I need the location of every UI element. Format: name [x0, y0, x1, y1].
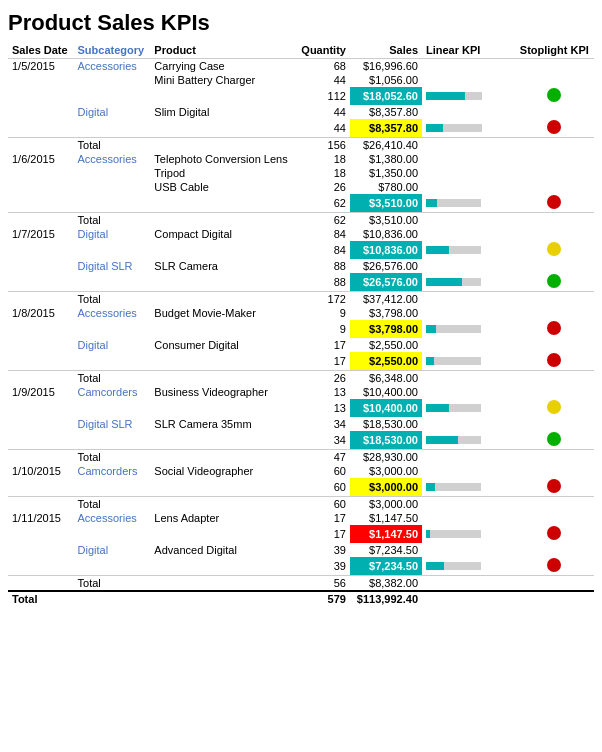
cell-product-subtotal: [150, 399, 295, 417]
header-subcategory: Subcategory: [74, 42, 151, 59]
cell-quantity-subtotal: 88: [296, 273, 350, 292]
table-row: 1/11/2015AccessoriesLens Adapter17$1,147…: [8, 511, 594, 525]
cell-sales-subtotal: $3,510.00: [350, 194, 422, 213]
cell-subcategory: Accessories: [74, 511, 151, 525]
subtotal-row: 34$18,530.00: [8, 431, 594, 450]
cell-quantity: 88: [296, 259, 350, 273]
cell-subcategory-subtotal: [74, 320, 151, 338]
cell-subcategory-subtotal: [74, 241, 151, 259]
cell-stoplight-kpi: [515, 241, 594, 259]
cell-sales-subtotal: $10,400.00: [350, 399, 422, 417]
cell-sales: $3,798.00: [350, 306, 422, 320]
cell-sales-total: $3,000.00: [350, 497, 422, 512]
cell-date: 1/10/2015: [8, 464, 74, 478]
cell-subcategory-subtotal: [74, 119, 151, 138]
cell-linear-kpi: [422, 478, 515, 497]
cell-sales-total: $3,510.00: [350, 213, 422, 228]
cell-product-subtotal: [150, 525, 295, 543]
cell-stoplight-kpi-total: [515, 138, 594, 153]
subtotal-row: 84$10,836.00: [8, 241, 594, 259]
stoplight-dot-red: [547, 120, 561, 134]
cell-linear-kpi: [422, 399, 515, 417]
stoplight-dot-yellow: [547, 400, 561, 414]
cell-linear-kpi-empty: [422, 511, 515, 525]
cell-stoplight-kpi-empty: [515, 152, 594, 166]
cell-sales: $10,836.00: [350, 227, 422, 241]
cell-stoplight-kpi: [515, 352, 594, 371]
header-linear-kpi: Linear KPI: [422, 42, 515, 59]
cell-product-subtotal: [150, 431, 295, 450]
cell-product: Slim Digital: [150, 105, 295, 119]
cell-quantity-subtotal: 39: [296, 557, 350, 576]
cell-linear-kpi: [422, 320, 515, 338]
cell-subcategory: Digital: [74, 338, 151, 352]
cell-date-total: [8, 497, 74, 512]
grand-total-label: Total: [8, 591, 74, 606]
cell-quantity: 39: [296, 543, 350, 557]
cell-quantity-subtotal: 17: [296, 352, 350, 371]
cell-linear-kpi-empty: [422, 166, 515, 180]
cell-quantity: 17: [296, 338, 350, 352]
grand-total-product: [150, 591, 295, 606]
header-sales-date: Sales Date: [8, 42, 74, 59]
cell-subcategory-total: Total: [74, 450, 151, 465]
cell-sales: $2,550.00: [350, 338, 422, 352]
cell-linear-kpi-total: [422, 576, 515, 592]
cell-date-subtotal: [8, 525, 74, 543]
cell-date: 1/9/2015: [8, 385, 74, 399]
header-sales: Sales: [350, 42, 422, 59]
cell-linear-kpi-empty: [422, 152, 515, 166]
linear-kpi-bar: [426, 199, 506, 207]
cell-subcategory: Accessories: [74, 306, 151, 320]
cell-date: [8, 180, 74, 194]
cell-quantity-subtotal: 60: [296, 478, 350, 497]
cell-date-total: [8, 213, 74, 228]
cell-subcategory-subtotal: [74, 557, 151, 576]
cell-product: Social Videographer: [150, 464, 295, 478]
cell-quantity-total: 26: [296, 371, 350, 386]
cell-stoplight-kpi-empty: [515, 543, 594, 557]
table-row: USB Cable26$780.00: [8, 180, 594, 194]
cell-subcategory: Camcorders: [74, 464, 151, 478]
cell-sales: $8,357.80: [350, 105, 422, 119]
linear-kpi-bar: [426, 530, 506, 538]
cell-stoplight-kpi-empty: [515, 227, 594, 241]
cell-date: 1/6/2015: [8, 152, 74, 166]
table-row: Mini Battery Charger44$1,056.00: [8, 73, 594, 87]
cell-date-subtotal: [8, 399, 74, 417]
cell-subcategory-total: Total: [74, 576, 151, 592]
cell-quantity-subtotal: 17: [296, 525, 350, 543]
cell-sales-subtotal: $8,357.80: [350, 119, 422, 138]
cell-date-subtotal: [8, 352, 74, 371]
cell-stoplight-kpi-empty: [515, 511, 594, 525]
cell-sales-subtotal: $3,798.00: [350, 320, 422, 338]
cell-date-subtotal: [8, 431, 74, 450]
cell-stoplight-kpi-empty: [515, 59, 594, 74]
cell-date: [8, 166, 74, 180]
cell-sales-subtotal: $18,530.00: [350, 431, 422, 450]
table-row: 1/6/2015AccessoriesTelephoto Conversion …: [8, 152, 594, 166]
cell-linear-kpi-total: [422, 450, 515, 465]
cell-sales: $780.00: [350, 180, 422, 194]
cell-sales: $1,350.00: [350, 166, 422, 180]
grand-total-quantity: 579: [296, 591, 350, 606]
cell-subcategory: [74, 73, 151, 87]
cell-linear-kpi-total: [422, 213, 515, 228]
cell-date-subtotal: [8, 119, 74, 138]
cell-product-total: [150, 213, 295, 228]
subtotal-row: 88$26,576.00: [8, 273, 594, 292]
stoplight-dot-yellow: [547, 242, 561, 256]
cell-product: Compact Digital: [150, 227, 295, 241]
cell-stoplight-kpi-empty: [515, 385, 594, 399]
group-total-row: Total172$37,412.00: [8, 292, 594, 307]
cell-stoplight-kpi-empty: [515, 105, 594, 119]
table-row: Digital SLRSLR Camera88$26,576.00: [8, 259, 594, 273]
header-stoplight-kpi: Stoplight KPI: [515, 42, 594, 59]
group-total-row: Total156$26,410.40: [8, 138, 594, 153]
linear-kpi-bar: [426, 246, 506, 254]
group-total-row: Total56$8,382.00: [8, 576, 594, 592]
cell-sales-subtotal: $7,234.50: [350, 557, 422, 576]
cell-quantity: 17: [296, 511, 350, 525]
cell-stoplight-kpi: [515, 525, 594, 543]
cell-subcategory-total: Total: [74, 138, 151, 153]
